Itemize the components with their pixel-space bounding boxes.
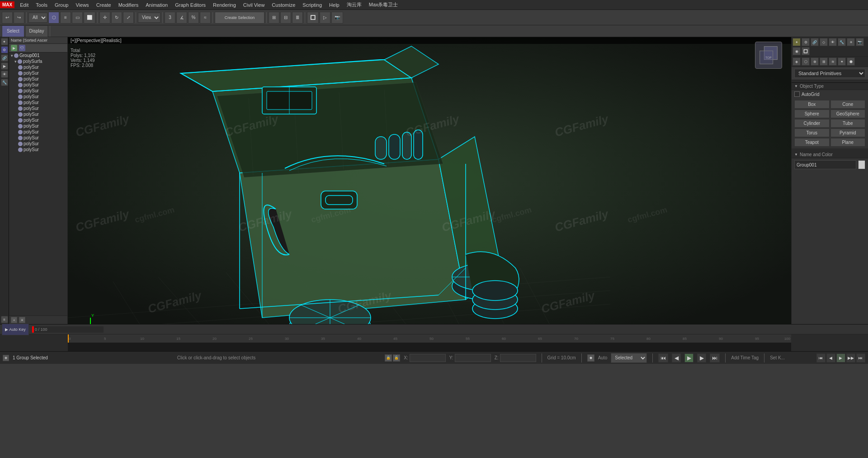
set-key-icon[interactable]: ◆ — [587, 354, 594, 362]
tree-item-poly13[interactable]: polySur — [9, 135, 67, 141]
next-frame-button[interactable]: ▶ — [697, 353, 706, 363]
plane-button[interactable]: Plane — [830, 138, 866, 147]
rect-select-button[interactable]: ▭ — [72, 12, 83, 24]
x-input[interactable] — [410, 354, 446, 362]
tree-item-poly7[interactable]: polySur — [9, 100, 67, 105]
cam-icon[interactable]: 📷 — [856, 38, 864, 46]
go-start-button[interactable]: ⏮ — [658, 353, 668, 363]
menu-scripting[interactable]: Scripting — [299, 1, 326, 9]
nav-cube[interactable]: TOP — [755, 42, 787, 73]
render-icon[interactable]: 🔳 — [802, 47, 810, 55]
tree-item-poly15[interactable]: polySur — [9, 147, 67, 153]
tree-item-poly4[interactable]: polySur — [9, 82, 67, 88]
filter-dropdown[interactable]: All — [28, 13, 47, 23]
redo-button[interactable]: ↪ — [14, 12, 24, 24]
select-tab[interactable]: Select — [2, 25, 24, 37]
hierarchy-icon[interactable]: 🔗 — [811, 38, 819, 46]
display-icon[interactable]: 👁 — [829, 38, 837, 46]
hierarchy-mode-icon[interactable]: 🔗 — [1, 54, 8, 62]
timeline-scrubber[interactable]: 0 / 100 — [32, 326, 104, 333]
tree-btn-2[interactable]: ≡ — [19, 317, 25, 323]
timeline-track-area[interactable]: 0 5 10 15 20 25 30 35 40 45 50 55 60 65 … — [68, 334, 791, 351]
utils-mode-icon[interactable]: 🔧 — [1, 79, 8, 86]
window-crossing-button[interactable]: ⬜ — [84, 12, 95, 24]
mini-btn-1[interactable]: ⏮ — [816, 353, 826, 363]
create-selection-button[interactable]: Create Selection — [215, 12, 264, 24]
menu-help[interactable]: Help — [326, 1, 343, 9]
tree-btn-1[interactable]: + — [11, 317, 17, 323]
torus-button[interactable]: Torus — [794, 129, 830, 137]
menu-taoyunku[interactable]: 淘云库 — [343, 0, 365, 9]
go-end-button[interactable]: ⏭ — [710, 353, 720, 363]
z-input[interactable] — [500, 354, 536, 362]
y-input[interactable] — [455, 354, 491, 362]
right-icon2-3[interactable]: ⊕ — [811, 57, 819, 66]
timeline-play-btn[interactable]: ▶ Auto Key — [2, 324, 29, 335]
light-icon[interactable]: ☀ — [847, 38, 855, 46]
tree-item-poly3[interactable]: polySur — [9, 76, 67, 82]
motion-mode-icon[interactable]: ▶ — [1, 62, 8, 70]
menu-edit[interactable]: Edit — [16, 1, 32, 9]
teapot-button[interactable]: Teapot — [794, 138, 830, 147]
right-icon2-5[interactable]: ≋ — [829, 57, 837, 66]
viewport[interactable]: [+][Perspective][Realistic] Total Polys:… — [68, 37, 791, 324]
mini-btn-2[interactable]: ◀ — [826, 353, 835, 363]
modify-mode-icon[interactable]: ⚙ — [1, 46, 8, 53]
motion-icon[interactable]: ◇ — [820, 38, 828, 46]
object-name-input[interactable] — [794, 160, 856, 169]
tree-item-poly11[interactable]: polySur — [9, 123, 67, 129]
menu-group[interactable]: Group — [51, 1, 72, 9]
render-button[interactable]: ▷ — [320, 12, 330, 24]
angle-snap-button[interactable]: ∡ — [176, 12, 187, 24]
menu-modifiers[interactable]: Modifiers — [115, 1, 142, 9]
box-button[interactable]: Box — [794, 100, 830, 109]
tree-item-group001[interactable]: ▾ Group001 — [9, 52, 67, 58]
render-setup-button[interactable]: 🔳 — [307, 12, 319, 24]
undo-button[interactable]: ↩ — [2, 12, 13, 24]
tree-item-poly2[interactable]: polySur — [9, 70, 67, 76]
autogrid-checkbox[interactable] — [794, 91, 800, 97]
primitives-dropdown[interactable]: Standard Primitives — [794, 69, 865, 78]
right-icon2-7[interactable]: ⬢ — [847, 57, 855, 66]
mirror-button[interactable]: ⊞ — [269, 12, 279, 24]
menu-views[interactable]: Views — [72, 1, 92, 9]
spinner-snap-button[interactable]: ≈ — [200, 12, 211, 24]
rotate-button[interactable]: ↻ — [111, 12, 122, 24]
cone-button[interactable]: Cone — [830, 100, 866, 109]
lock-icon[interactable]: 🔒 — [385, 354, 392, 362]
timeline-keyframe-track[interactable] — [68, 343, 791, 351]
mini-btn-5[interactable]: ⏭ — [856, 353, 865, 363]
cylinder-button[interactable]: Cylinder — [794, 119, 830, 128]
select-object-button[interactable]: ⬡ — [48, 12, 59, 24]
right-icon2-2[interactable]: ⬡ — [802, 57, 810, 66]
unlock-icon[interactable]: 🔓 — [393, 354, 400, 362]
select-by-name-button[interactable]: ≡ — [60, 12, 71, 24]
align-button[interactable]: ⊟ — [280, 12, 291, 24]
display-tab[interactable]: Display — [25, 25, 48, 37]
tube-button[interactable]: Tube — [830, 119, 866, 128]
menu-customize[interactable]: Customize — [268, 1, 299, 9]
selected-dropdown[interactable]: Selected — [611, 353, 647, 363]
menu-animation[interactable]: Animation — [142, 1, 171, 9]
display-mode-icon[interactable]: 👁 — [1, 71, 8, 78]
tree-item-poly6[interactable]: polySur — [9, 94, 67, 100]
menu-antivirus[interactable]: Max杀毒卫士 — [365, 0, 402, 9]
render-frame-button[interactable]: 📷 — [331, 12, 343, 24]
play-button[interactable]: ▶ — [684, 353, 693, 363]
snap-3d-button[interactable]: 3 — [165, 12, 175, 24]
sphere-button[interactable]: Sphere — [794, 110, 830, 118]
tree-item-poly5[interactable]: polySur — [9, 88, 67, 94]
percent-snap-button[interactable]: % — [188, 12, 199, 24]
menu-graph-editors[interactable]: Graph Editors — [171, 1, 209, 9]
layer-button[interactable]: ≣ — [292, 12, 303, 24]
menu-tools[interactable]: Tools — [32, 1, 51, 9]
view-dropdown[interactable]: View — [138, 13, 160, 23]
right-icon2-6[interactable]: ✦ — [838, 57, 846, 66]
right-icon2-1[interactable]: ◈ — [793, 57, 801, 66]
tree-item-polysurfa[interactable]: ▾ polySurfa — [9, 58, 67, 64]
move-button[interactable]: ✛ — [99, 12, 110, 24]
mini-btn-4[interactable]: ▶▶ — [846, 353, 855, 363]
tree-item-poly8[interactable]: polySur — [9, 105, 67, 111]
geosphere-button[interactable]: GeoSphere — [830, 110, 866, 118]
pyramid-button[interactable]: Pyramid — [830, 129, 866, 137]
